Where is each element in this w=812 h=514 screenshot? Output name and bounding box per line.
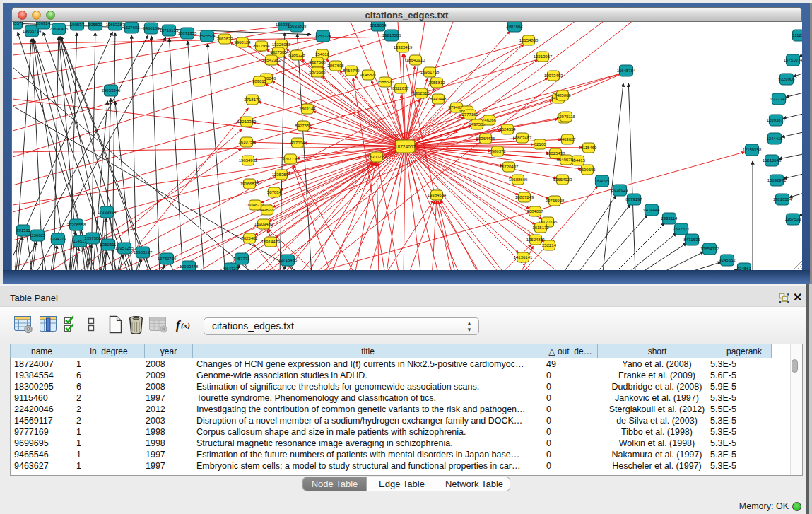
svg-text:19384554: 19384554 <box>428 193 447 197</box>
svg-text:20691406: 20691406 <box>49 27 69 31</box>
svg-text:10719155: 10719155 <box>160 28 179 33</box>
svg-text:2087682: 2087682 <box>506 24 523 28</box>
svg-text:9245652: 9245652 <box>719 258 736 262</box>
svg-text:6679197: 6679197 <box>625 197 642 201</box>
svg-text:111253: 111253 <box>792 33 802 37</box>
svg-text:7515524: 7515524 <box>199 34 216 38</box>
svg-text:1244415: 1244415 <box>766 136 783 141</box>
svg-text:7485063: 7485063 <box>554 93 571 98</box>
svg-text:29053346: 29053346 <box>102 88 121 93</box>
svg-text:18724007: 18724007 <box>395 144 416 149</box>
svg-text:8454749: 8454749 <box>343 69 360 73</box>
svg-text:5875685: 5875685 <box>309 70 326 74</box>
svg-text:9327505: 9327505 <box>270 50 287 54</box>
svg-text:1294273: 1294273 <box>49 237 66 241</box>
svg-text:8471636: 8471636 <box>683 238 700 242</box>
svg-text:7663822: 7663822 <box>216 37 233 41</box>
svg-text:14136141: 14136141 <box>514 255 533 259</box>
svg-text:18807249: 18807249 <box>515 195 534 199</box>
svg-text:9457771: 9457771 <box>233 257 250 261</box>
svg-text:13716485: 13716485 <box>278 258 298 262</box>
svg-text:1167533: 1167533 <box>785 217 802 221</box>
svg-text:9115460: 9115460 <box>581 146 598 150</box>
svg-text:9777169: 9777169 <box>461 112 478 117</box>
svg-text:16961758: 16961758 <box>420 70 440 74</box>
svg-text:3624554: 3624554 <box>499 127 516 132</box>
svg-text:19166825: 19166825 <box>240 182 259 186</box>
svg-text:9227342: 9227342 <box>770 97 787 101</box>
svg-text:10807487: 10807487 <box>513 136 532 140</box>
svg-text:1350511: 1350511 <box>100 243 117 247</box>
svg-text:16648784: 16648784 <box>617 69 636 73</box>
svg-text:587834: 587834 <box>267 190 282 194</box>
svg-text:12159358: 12159358 <box>743 148 762 152</box>
svg-text:252214: 252214 <box>542 243 557 247</box>
svg-text:10653287: 10653287 <box>106 23 125 27</box>
svg-text:1588520: 1588520 <box>377 80 394 84</box>
svg-text:1610755: 1610755 <box>238 140 255 144</box>
svg-text:15909489: 15909489 <box>254 222 273 226</box>
svg-text:8427552: 8427552 <box>295 124 312 128</box>
svg-text:16782759: 16782759 <box>158 257 177 261</box>
svg-text:9699695: 9699695 <box>579 168 596 172</box>
svg-text:15300273: 15300273 <box>367 155 387 159</box>
svg-text:15495754: 15495754 <box>557 158 576 162</box>
svg-text:17339934: 17339934 <box>98 210 117 214</box>
svg-text:190537: 190537 <box>70 23 85 27</box>
svg-text:12213389: 12213389 <box>237 119 257 124</box>
svg-text:18640910: 18640910 <box>406 58 425 62</box>
svg-text:7955812: 7955812 <box>428 81 445 85</box>
svg-text:9329906: 9329906 <box>778 77 795 81</box>
svg-text:15720407: 15720407 <box>500 165 519 169</box>
svg-text:7986372: 7986372 <box>489 149 506 153</box>
svg-text:1527602: 1527602 <box>123 25 140 30</box>
svg-text:3498222: 3498222 <box>259 208 276 212</box>
svg-text:8186328: 8186328 <box>288 53 305 57</box>
svg-text:10154808: 10154808 <box>519 38 539 42</box>
svg-text:10654112: 10654112 <box>700 247 719 251</box>
svg-text:19218506: 19218506 <box>382 33 401 37</box>
svg-text:12213967: 12213967 <box>534 54 553 59</box>
svg-text:9084067: 9084067 <box>526 209 543 214</box>
svg-text:10973493: 10973493 <box>544 74 563 78</box>
svg-text:1397588: 1397588 <box>84 236 101 240</box>
svg-text:3267130: 3267130 <box>282 157 299 161</box>
svg-text:8990448: 8990448 <box>430 97 447 101</box>
svg-text:2803144: 2803144 <box>299 107 316 111</box>
svg-text:16210643: 16210643 <box>763 158 782 163</box>
svg-text:206914: 206914 <box>36 22 51 25</box>
svg-text:20206558: 20206558 <box>67 223 86 227</box>
svg-text:6466160: 6466160 <box>143 26 160 30</box>
svg-text:1615172: 1615172 <box>532 226 549 230</box>
svg-text:20756928: 20756928 <box>546 199 565 203</box>
svg-text:2718170: 2718170 <box>244 98 261 102</box>
svg-text:989015: 989015 <box>252 79 267 83</box>
svg-text:391511: 391511 <box>16 228 30 233</box>
svg-text:8813054: 8813054 <box>370 23 387 28</box>
svg-text:12093877: 12093877 <box>767 118 786 122</box>
svg-text:746266: 746266 <box>482 118 497 122</box>
svg-text:62160: 62160 <box>534 142 546 146</box>
svg-text:17016504: 17016504 <box>773 197 792 201</box>
svg-text:13524851: 13524851 <box>526 238 546 242</box>
svg-text:964727: 964727 <box>224 267 239 270</box>
svg-text:8322037: 8322037 <box>392 86 409 90</box>
svg-text:9474444: 9474444 <box>643 208 660 212</box>
svg-text:16671355: 16671355 <box>178 31 197 35</box>
svg-text:10958137: 10958137 <box>134 250 153 255</box>
svg-text:19654932: 19654932 <box>239 158 258 163</box>
svg-text:1156825: 1156825 <box>30 233 47 238</box>
svg-text:12923448: 12923448 <box>180 264 199 269</box>
svg-text:1362615: 1362615 <box>413 91 430 95</box>
svg-text:19055714: 19055714 <box>23 29 42 33</box>
svg-text:7357224: 7357224 <box>314 34 331 38</box>
svg-text:105532: 105532 <box>88 23 103 27</box>
svg-text:20364436: 20364436 <box>476 136 495 141</box>
svg-text:9960124: 9960124 <box>234 40 251 45</box>
svg-text:924561: 924561 <box>737 267 752 270</box>
svg-text:2933114: 2933114 <box>661 216 678 221</box>
svg-text:12353594: 12353594 <box>272 173 291 177</box>
svg-text:13325419: 13325419 <box>394 45 413 49</box>
svg-text:10688609: 10688609 <box>509 177 528 182</box>
svg-text:13226058: 13226058 <box>272 42 291 47</box>
